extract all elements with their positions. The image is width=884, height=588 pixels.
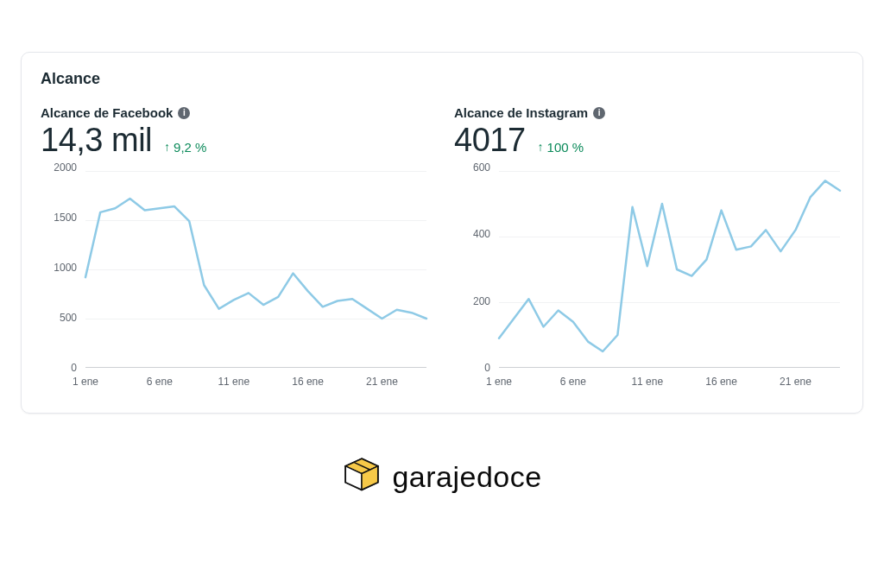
instagram-value-row: 4017 ↑ 100 % <box>454 122 843 159</box>
chart-area <box>85 171 426 368</box>
line-plot <box>85 171 426 368</box>
x-axis: 1 ene6 ene11 ene16 ene21 ene <box>85 371 426 392</box>
facebook-metric-label: Alcance de Facebook i <box>41 105 430 120</box>
x-axis: 1 ene6 ene11 ene16 ene21 ene <box>499 371 840 392</box>
y-axis: 0500100015002000 <box>41 168 82 368</box>
facebook-chart: 05001000150020001 ene6 ene11 ene16 ene21… <box>41 168 430 392</box>
facebook-trend-value: 9,2 % <box>174 140 206 155</box>
charts-row: Alcance de Facebook i 14,3 mil ↑ 9,2 % 0… <box>41 105 843 392</box>
x-tick-label: 16 ene <box>705 376 737 388</box>
y-tick-label: 500 <box>60 313 77 323</box>
y-tick-label: 1500 <box>54 212 77 223</box>
box-logo-icon <box>342 455 382 498</box>
x-tick-label: 1 ene <box>73 376 98 388</box>
data-line <box>85 199 426 319</box>
y-tick-label: 2000 <box>54 162 77 173</box>
x-tick-label: 1 ene <box>486 376 512 388</box>
instagram-metric-label: Alcance de Instagram i <box>454 105 843 120</box>
facebook-value: 14,3 mil <box>41 122 152 159</box>
data-line <box>499 180 840 351</box>
x-tick-label: 11 ene <box>218 376 249 388</box>
line-plot <box>499 171 840 368</box>
arrow-up-icon: ↑ <box>538 141 544 153</box>
x-tick-label: 6 ene <box>560 376 586 388</box>
reach-card: Alcance Alcance de Facebook i 14,3 mil ↑… <box>21 52 863 414</box>
instagram-value: 4017 <box>454 122 526 159</box>
y-tick-label: 600 <box>473 162 490 173</box>
chart-area <box>499 171 840 368</box>
x-tick-label: 6 ene <box>147 376 173 388</box>
y-tick-label: 0 <box>484 363 490 373</box>
instagram-trend-value: 100 % <box>547 140 584 155</box>
facebook-trend: ↑ 9,2 % <box>164 140 206 155</box>
instagram-column: Alcance de Instagram i 4017 ↑ 100 % 0200… <box>454 105 843 392</box>
instagram-label-text: Alcance de Instagram <box>454 105 588 120</box>
x-tick-label: 11 ene <box>631 376 663 388</box>
y-axis: 0200400600 <box>454 168 496 368</box>
y-tick-label: 0 <box>71 363 77 373</box>
y-tick-label: 400 <box>473 229 490 239</box>
brand-footer: garajedoce <box>21 455 863 498</box>
info-icon[interactable]: i <box>593 107 605 119</box>
y-tick-label: 1000 <box>54 262 77 273</box>
info-icon[interactable]: i <box>178 107 190 119</box>
instagram-chart: 02004006001 ene6 ene11 ene16 ene21 ene <box>454 168 843 392</box>
x-tick-label: 16 ene <box>292 376 324 388</box>
y-tick-label: 200 <box>473 296 490 307</box>
x-tick-label: 21 ene <box>366 376 398 388</box>
arrow-up-icon: ↑ <box>164 141 170 153</box>
facebook-value-row: 14,3 mil ↑ 9,2 % <box>41 122 430 159</box>
brand-name: garajedoce <box>392 460 541 494</box>
facebook-label-text: Alcance de Facebook <box>41 105 173 120</box>
instagram-trend: ↑ 100 % <box>538 140 584 155</box>
facebook-column: Alcance de Facebook i 14,3 mil ↑ 9,2 % 0… <box>41 105 430 392</box>
card-title: Alcance <box>41 70 843 88</box>
x-tick-label: 21 ene <box>780 376 811 388</box>
